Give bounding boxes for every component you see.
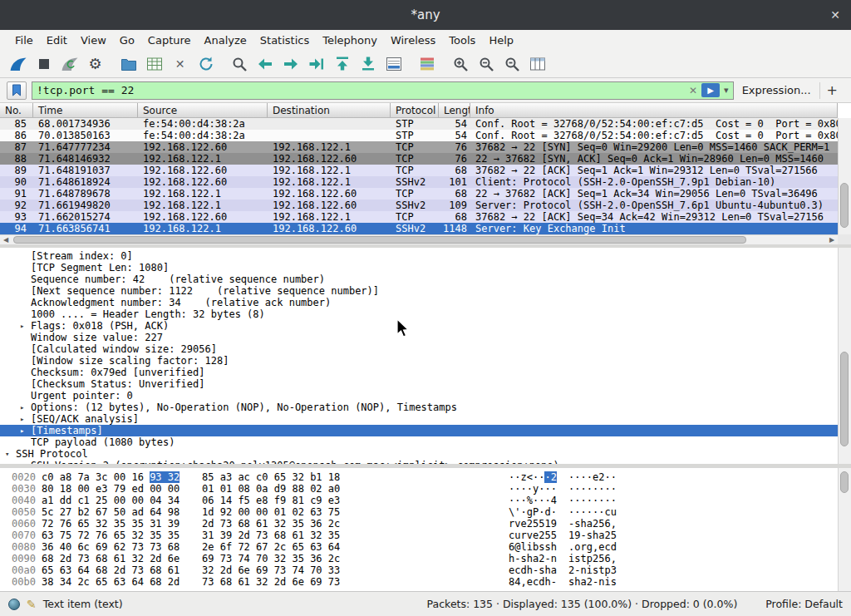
expert-info-icon[interactable]	[8, 599, 20, 610]
scrollbar-thumb[interactable]	[840, 183, 849, 227]
column-header-source[interactable]: Source	[138, 103, 268, 117]
tree-item[interactable]: Sequence number: 42 (relative sequence n…	[0, 274, 838, 285]
filter-clear-icon[interactable]: ✕	[689, 85, 697, 96]
add-filter-button[interactable]: +	[819, 82, 844, 99]
filter-dropdown-icon[interactable]: ▾	[724, 85, 729, 96]
packet-row[interactable]: 9371.662015274192.168.122.60192.168.122.…	[0, 211, 838, 223]
tree-item[interactable]: [Window size scaling factor: 128]	[0, 355, 838, 367]
menu-item-view[interactable]: View	[74, 32, 113, 48]
scrollbar-thumb[interactable]	[840, 352, 849, 446]
expander-closed-icon[interactable]: ▸	[20, 425, 31, 436]
stop-capture-button[interactable]	[31, 52, 57, 76]
tree-item[interactable]: 1000 .... = Header Length: 32 bytes (8)	[0, 308, 838, 320]
tree-item[interactable]: TCP payload (1080 bytes)	[0, 436, 838, 448]
hex-row[interactable]: 009068 2d 73 68 61 32 2d 6e69 73 74 70 3…	[0, 553, 838, 564]
autoscroll-button[interactable]	[381, 52, 406, 76]
hex-row[interactable]: 0040a1 dd c1 25 00 00 04 3406 14 f5 e8 f…	[0, 495, 838, 506]
go-forward-button[interactable]	[278, 52, 303, 76]
find-packet-button[interactable]	[226, 52, 252, 76]
tree-item[interactable]: [Checksum Status: Unverified]	[0, 378, 838, 390]
menu-item-edit[interactable]: Edit	[40, 32, 74, 48]
menu-item-help[interactable]: Help	[482, 32, 520, 48]
packet-list-hscrollbar[interactable]: ◀ ▶	[0, 234, 838, 244]
zoom-in-button[interactable]	[447, 52, 473, 76]
bytes-scrollbar[interactable]	[838, 468, 851, 591]
open-file-button[interactable]	[116, 52, 141, 76]
scroll-left-icon[interactable]: ◀	[0, 236, 12, 244]
tree-item[interactable]: ▸[Timestamps]	[0, 425, 838, 436]
packet-row[interactable]: 8568.001734936fe:54:00:d4:38:2aSTP54Conf…	[0, 118, 838, 130]
menu-item-analyze[interactable]: Analyze	[198, 32, 253, 48]
restart-capture-button[interactable]	[57, 52, 82, 76]
menu-item-statistics[interactable]: Statistics	[253, 32, 316, 48]
expander-closed-icon[interactable]: ▸	[20, 402, 31, 413]
colorize-button[interactable]	[414, 52, 440, 76]
column-header-length[interactable]: Length	[439, 103, 470, 117]
zoom-out-button[interactable]	[473, 52, 499, 76]
packet-row[interactable]: 9471.663856741192.168.122.1192.168.122.6…	[0, 223, 838, 234]
menu-item-file[interactable]: File	[8, 32, 40, 48]
packet-row[interactable]: 8670.013850163fe:54:00:d4:38:2aSTP54Conf…	[0, 130, 838, 141]
go-last-button[interactable]	[355, 52, 381, 76]
tree-item[interactable]: [Next sequence number: 1122 (relative se…	[0, 285, 838, 297]
hex-row[interactable]: 007063 75 72 76 65 32 35 3531 39 2d 73 6…	[0, 530, 838, 541]
menu-item-tools[interactable]: Tools	[442, 32, 482, 48]
capture-options-button[interactable]: ⚙	[82, 52, 108, 76]
tree-item[interactable]: ▸Flags: 0x018 (PSH, ACK)	[0, 320, 838, 332]
menu-item-wireless[interactable]: Wireless	[384, 32, 442, 48]
tree-item[interactable]: SSH Version 2 (encryption:chacha20-poly1…	[0, 460, 838, 464]
filter-apply-button[interactable]: ▶	[701, 83, 720, 97]
save-file-button[interactable]	[141, 52, 167, 76]
menu-item-capture[interactable]: Capture	[141, 32, 198, 48]
close-file-button[interactable]: ✕	[167, 52, 193, 76]
zoom-reset-button[interactable]	[499, 52, 524, 76]
column-header-info[interactable]: Info	[470, 103, 838, 117]
column-header-no[interactable]: No.	[0, 103, 33, 117]
packet-row[interactable]: 8771.647777234192.168.122.60192.168.122.…	[0, 141, 838, 153]
tree-item[interactable]: [TCP Segment Len: 1080]	[0, 262, 838, 274]
hex-row[interactable]: 006072 76 65 32 35 35 31 392d 73 68 61 3…	[0, 518, 838, 530]
tree-item[interactable]: [Calculated window size: 29056]	[0, 343, 838, 355]
packet-row[interactable]: 9171.648789678192.168.122.1192.168.122.6…	[0, 188, 838, 200]
capture-comment-icon[interactable]: ✎	[27, 598, 37, 611]
hex-row[interactable]: 00a065 63 64 68 2d 73 68 6132 2d 6e 69 7…	[0, 564, 838, 576]
tree-item[interactable]: Checksum: 0x79ed [unverified]	[0, 367, 838, 378]
tree-item[interactable]: Window size value: 227	[0, 332, 838, 343]
goto-packet-button[interactable]	[303, 52, 329, 76]
column-header-time[interactable]: Time	[33, 103, 138, 117]
window-close-button[interactable]: ✕	[830, 8, 840, 22]
tree-item[interactable]: Urgent pointer: 0	[0, 390, 838, 402]
packet-row[interactable]: 9271.661949820192.168.122.1192.168.122.6…	[0, 200, 838, 211]
expander-closed-icon[interactable]: ▸	[20, 413, 31, 425]
packet-row[interactable]: 8871.648146932192.168.122.1192.168.122.6…	[0, 153, 838, 165]
expression-button[interactable]: Expression...	[739, 84, 814, 96]
hex-row[interactable]: 00505c 27 b2 67 50 ad 64 981d 92 00 00 0…	[0, 506, 838, 518]
menu-item-telephony[interactable]: Telephony	[316, 32, 384, 48]
scroll-right-icon[interactable]: ▶	[826, 236, 838, 244]
hscroll-thumb[interactable]	[13, 236, 746, 244]
tree-item[interactable]: ▾SSH Protocol	[0, 448, 838, 460]
display-filter-input[interactable]	[37, 82, 685, 99]
tree-item[interactable]: Acknowledgment number: 34 (relative ack …	[0, 297, 838, 308]
tree-item[interactable]: [Stream index: 0]	[0, 250, 838, 262]
packet-row[interactable]: 8971.648191037192.168.122.60192.168.122.…	[0, 165, 838, 176]
tree-item[interactable]: ▸[SEQ/ACK analysis]	[0, 413, 838, 425]
packet-row[interactable]: 9071.648618924192.168.122.60192.168.122.…	[0, 176, 838, 188]
hex-row[interactable]: 008036 40 6c 69 62 73 73 682e 6f 72 67 2…	[0, 541, 838, 553]
menu-item-go[interactable]: Go	[113, 32, 141, 48]
expander-closed-icon[interactable]: ▸	[20, 320, 31, 332]
start-capture-button[interactable]	[5, 52, 31, 76]
reload-file-button[interactable]	[193, 52, 219, 76]
resize-columns-button[interactable]	[524, 52, 550, 76]
hex-row[interactable]: 003080 18 00 e3 79 ed 00 0001 01 08 0a d…	[0, 483, 838, 495]
packet-list-scrollbar[interactable]	[838, 118, 851, 234]
scrollbar-thumb[interactable]	[840, 471, 849, 493]
tree-item[interactable]: ▸Options: (12 bytes), No-Operation (NOP)…	[0, 402, 838, 413]
filter-bookmark-button[interactable]	[7, 81, 27, 100]
go-first-button[interactable]	[329, 52, 355, 76]
go-back-button[interactable]	[252, 52, 278, 76]
details-scrollbar[interactable]	[838, 248, 851, 464]
hex-row[interactable]: 00b038 34 2c 65 63 64 68 2d73 68 61 32 2…	[0, 576, 838, 588]
hex-row[interactable]: 0020c0 a8 7a 3c 00 16 93 3285 a3 ac c0 6…	[0, 471, 838, 483]
column-header-destination[interactable]: Destination	[268, 103, 391, 117]
